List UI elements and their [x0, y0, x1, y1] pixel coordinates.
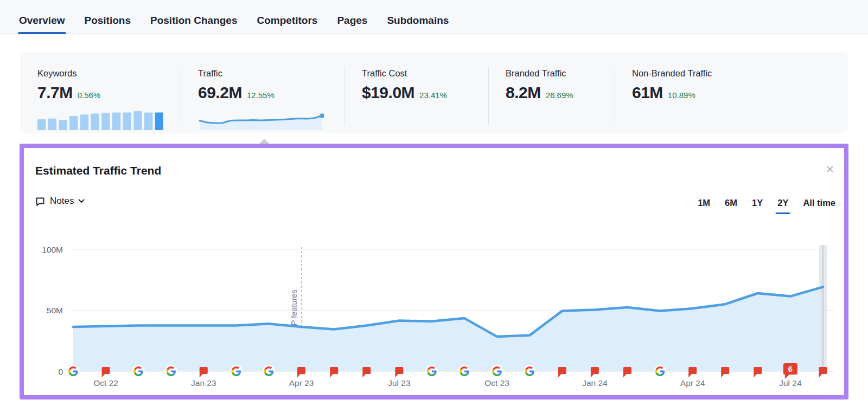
metric-label: Non-Branded Traffic [632, 68, 848, 79]
google-update-icon[interactable] [524, 365, 536, 378]
google-update-icon[interactable] [654, 365, 666, 378]
y-axis-label: 100M [42, 245, 63, 254]
notes-icon [35, 196, 46, 207]
tab-competitors[interactable]: Competitors [257, 0, 317, 34]
svg-text:6: 6 [788, 365, 793, 373]
metric-value: 8.2M [506, 83, 541, 102]
metric-value: 7.7M [37, 83, 73, 102]
note-flag-icon[interactable] [297, 367, 305, 378]
note-flag-icon[interactable] [721, 367, 729, 378]
panel-title: Estimated Traffic Trend [35, 164, 161, 177]
selected-point-highlight [819, 245, 827, 371]
metric-card-keywords[interactable]: Keywords7.7M0.56% [20, 52, 181, 133]
panel-pointer-caret [259, 139, 269, 144]
google-update-icon[interactable] [426, 365, 438, 378]
metric-change: 12.55% [247, 91, 275, 100]
top-tab-bar: OverviewPositionsPosition ChangesCompeti… [0, 0, 868, 34]
note-flag-icon[interactable] [395, 367, 403, 378]
report-tabs: OverviewPositionsPosition ChangesCompeti… [19, 0, 449, 34]
metric-value-row: 69.2M12.55% [198, 83, 344, 102]
metric-label: Keywords [37, 68, 181, 79]
traffic-trend-chart[interactable]: 050M100MSERP features6Oct 22Jan 23Apr 23… [30, 241, 842, 393]
note-flag-icon[interactable] [623, 367, 631, 378]
google-update-icon[interactable] [491, 365, 503, 378]
google-update-icon[interactable] [230, 365, 242, 378]
google-update-icon[interactable] [263, 365, 275, 378]
tab-positions[interactable]: Positions [85, 0, 131, 34]
time-range-selector: 1M6M1Y2YAll time [698, 198, 835, 214]
range-1m[interactable]: 1M [698, 198, 710, 214]
x-axis-labels: Oct 22Jan 23Apr 23Jul 23Oct 23Jan 24Apr … [93, 378, 802, 388]
metric-value-row: 61M10.89% [632, 83, 848, 102]
traffic-area [73, 287, 823, 371]
metrics-summary-card: Keywords7.7M0.56%Traffic69.2M12.55%Traff… [20, 52, 848, 133]
tab-pages[interactable]: Pages [337, 0, 367, 34]
note-flag-icon[interactable] [688, 367, 697, 378]
metric-value-row: 8.2M26.69% [506, 83, 615, 102]
note-flag-icon[interactable] [330, 367, 338, 378]
chevron-down-icon [78, 199, 85, 203]
note-flag-icon[interactable] [754, 367, 762, 378]
note-flag-icon[interactable] [558, 367, 566, 378]
y-axis-label: 50M [47, 306, 63, 315]
tab-subdomains[interactable]: Subdomains [387, 0, 449, 34]
range-1y[interactable]: 1Y [752, 198, 763, 214]
metric-value: 69.2M [198, 83, 242, 102]
metric-value: $19.0M [362, 83, 414, 102]
note-flag-icon[interactable] [819, 367, 827, 378]
y-axis-label: 0 [58, 367, 63, 376]
metric-change: 23.41% [419, 91, 447, 100]
metric-change: 0.56% [78, 91, 101, 100]
metric-label: Traffic [198, 68, 344, 79]
close-panel-button[interactable]: ✕ [826, 164, 834, 175]
range-all-time[interactable]: All time [803, 198, 835, 214]
metric-change: 26.69% [546, 91, 573, 100]
notes-dropdown-button[interactable]: Notes [35, 196, 85, 207]
google-update-icon[interactable] [458, 365, 471, 378]
google-update-icon[interactable] [165, 365, 177, 378]
tab-position-changes[interactable]: Position Changes [150, 0, 237, 34]
range-6m[interactable]: 6M [725, 198, 737, 214]
google-update-icon[interactable] [132, 365, 145, 378]
metric-value: 61M [632, 83, 663, 102]
metric-value-row: 7.7M0.56% [37, 83, 181, 102]
tab-overview[interactable]: Overview [19, 0, 65, 34]
svg-text:Jul 23: Jul 23 [388, 378, 410, 388]
range-2y[interactable]: 2Y [777, 198, 788, 214]
metric-card-branded-traffic[interactable]: Branded Traffic8.2M26.69% [488, 52, 615, 133]
note-flag-icon[interactable] [591, 367, 599, 378]
metric-label: Traffic Cost [362, 68, 488, 79]
svg-text:Apr 23: Apr 23 [289, 378, 314, 388]
note-flag-icon[interactable] [102, 367, 110, 378]
svg-text:Jan 24: Jan 24 [582, 378, 608, 388]
notes-label: Notes [50, 196, 74, 207]
metric-label: Branded Traffic [506, 68, 615, 79]
svg-text:Oct 22: Oct 22 [93, 378, 118, 388]
metric-card-traffic[interactable]: Traffic69.2M12.55% [181, 52, 344, 133]
highlighted-trend-panel: Estimated Traffic Trend ✕ Notes 1M6M1Y2Y… [20, 144, 848, 399]
metric-change: 10.89% [668, 91, 695, 100]
traffic-sparkline [198, 111, 324, 130]
note-flag-icon[interactable] [200, 367, 208, 378]
svg-text:Apr 24: Apr 24 [680, 378, 705, 388]
notes-count-badge[interactable]: 6 [783, 363, 797, 379]
svg-text:Oct 23: Oct 23 [484, 378, 509, 388]
trend-chart-svg[interactable]: 050M100MSERP features6Oct 22Jan 23Apr 23… [30, 241, 842, 393]
metric-value-row: $19.0M23.41% [362, 83, 488, 102]
svg-text:Jan 23: Jan 23 [191, 378, 216, 388]
google-update-icon[interactable] [67, 365, 80, 378]
metric-card-non-branded-traffic[interactable]: Non-Branded Traffic61M10.89% [615, 52, 848, 133]
note-flag-icon[interactable] [362, 367, 371, 378]
metric-card-traffic-cost[interactable]: Traffic Cost$19.0M23.41% [344, 52, 488, 133]
svg-text:Jul 24: Jul 24 [779, 378, 802, 388]
keywords-sparkbars [37, 111, 163, 130]
